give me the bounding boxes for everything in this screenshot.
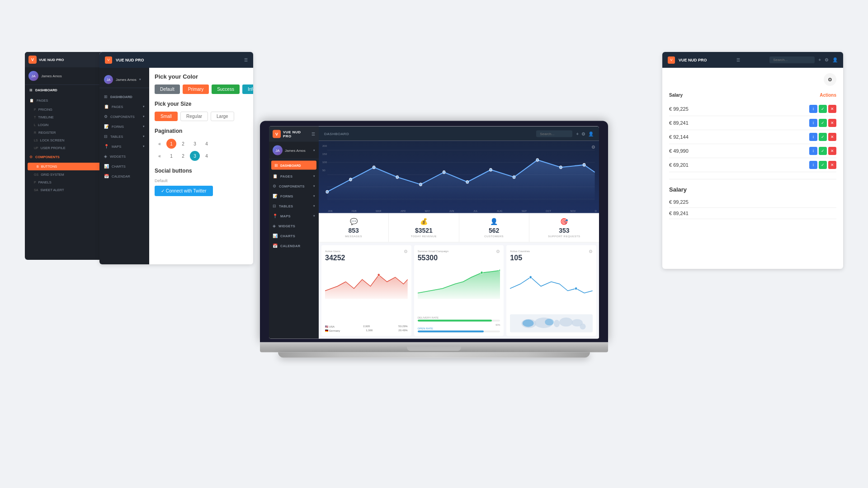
dash-nav-charts[interactable]: 📊 CHARTS bbox=[269, 231, 319, 241]
action-edit-5[interactable]: ✓ bbox=[819, 161, 827, 169]
dash-nav-calendar[interactable]: 📅 CALENDAR bbox=[269, 241, 319, 251]
right-plus-icon[interactable]: + bbox=[818, 57, 821, 62]
left-grid-prefix: GS bbox=[34, 173, 38, 176]
center-left-menu-icon[interactable]: ☰ bbox=[244, 58, 248, 62]
dash-comp-icon: ⚙ bbox=[273, 184, 276, 188]
swatch-success[interactable]: Success bbox=[212, 84, 240, 94]
size-large[interactable]: Large bbox=[211, 112, 234, 121]
size-regular[interactable]: Regular bbox=[180, 112, 208, 121]
left-subnav-pricing[interactable]: P PRICING bbox=[25, 106, 111, 113]
action-info-4[interactable]: i bbox=[809, 147, 817, 155]
swatch-info[interactable]: Info bbox=[242, 84, 253, 94]
left-subnav-login[interactable]: L LOGIN bbox=[25, 121, 111, 129]
dash-menu-icon[interactable]: ☰ bbox=[311, 132, 315, 136]
action-delete-2[interactable]: ✕ bbox=[828, 119, 836, 127]
left-subnav-lockscreen[interactable]: LS LOCK SCREEN bbox=[25, 136, 111, 144]
center-left-nav-dashboard[interactable]: ⊞ DASHBOARD bbox=[99, 92, 149, 102]
left-nav-dashboard[interactable]: ⊞ DASHBOARD bbox=[25, 85, 111, 95]
action-delete-1[interactable]: ✕ bbox=[828, 105, 836, 113]
dash-user-icon[interactable]: 👤 bbox=[588, 131, 594, 136]
page-2[interactable]: 2 bbox=[178, 139, 188, 149]
dash-nav-forms[interactable]: 📝 FORMS ▾ bbox=[269, 191, 319, 201]
actions-5: i ✓ ✕ bbox=[809, 161, 836, 169]
action-delete-5[interactable]: ✕ bbox=[828, 161, 836, 169]
left-subnav-timeline[interactable]: T TIMELINE bbox=[25, 113, 111, 121]
delivery-bar-bg bbox=[418, 320, 500, 322]
widget1-gear[interactable]: ⚙ bbox=[404, 249, 408, 254]
chart-x-labels: JAN FEB MAR APR MAY JUN JUL AUG SEP OCT bbox=[328, 210, 597, 212]
svg-point-29 bbox=[545, 319, 554, 325]
center-left-nav-maps[interactable]: 📍 MAPS ▾ bbox=[99, 141, 149, 151]
stat-revenue: 💰 $3521 TODAY REVENUE bbox=[389, 213, 459, 242]
twitter-button[interactable]: ✓ Connect with Twitter bbox=[155, 186, 213, 196]
dash-plus-icon[interactable]: + bbox=[576, 131, 579, 136]
action-delete-4[interactable]: ✕ bbox=[828, 147, 836, 155]
dash-nav-components[interactable]: ⚙ COMPONENTS ▾ bbox=[269, 181, 319, 191]
page-3[interactable]: 3 bbox=[190, 139, 200, 149]
page-1-active[interactable]: 1 bbox=[166, 139, 176, 149]
main-wrapper: V VUE NUD PRO ☰ JA James Amos ▾ ⊞ DASHBO… bbox=[0, 0, 868, 488]
left-subnav-panels[interactable]: P PANELS bbox=[25, 178, 111, 186]
dash-search-input[interactable] bbox=[536, 130, 572, 137]
page-4[interactable]: 4 bbox=[202, 139, 212, 149]
widget3-gear[interactable]: ⚙ bbox=[589, 249, 593, 254]
page2-1[interactable]: 1 bbox=[166, 151, 176, 161]
action-edit-4[interactable]: ✓ bbox=[819, 147, 827, 155]
action-info-3[interactable]: i bbox=[809, 133, 817, 141]
dash-nav-widgets[interactable]: ◈ WIDGETS bbox=[269, 221, 319, 231]
chart-gear-icon[interactable]: ⚙ bbox=[591, 145, 595, 150]
page2-2[interactable]: 2 bbox=[178, 151, 188, 161]
swatch-primary[interactable]: Primary bbox=[183, 84, 209, 94]
center-left-nav-pages[interactable]: 📋 PAGES ▾ bbox=[99, 102, 149, 112]
page2-4[interactable]: 4 bbox=[202, 151, 212, 161]
dash-pages-arrow: ▾ bbox=[313, 174, 315, 178]
salary-1: € 99,225 bbox=[669, 106, 689, 112]
action-edit-1[interactable]: ✓ bbox=[819, 105, 827, 113]
center-left-nav-widgets[interactable]: ◈ WIDGETS bbox=[99, 151, 149, 161]
center-left-user-row: JA James Amos ▾ bbox=[99, 71, 149, 88]
bg-panel-right: V VUE NUD PRO ☰ + ⚙ 👤 ⚙ Salary Actions bbox=[662, 52, 843, 269]
dash-charts-icon: 📊 bbox=[273, 234, 278, 238]
page2-3-active[interactable]: 3 bbox=[190, 151, 200, 161]
left-subnav-register[interactable]: R REGISTER bbox=[25, 129, 111, 136]
widget3-chart bbox=[510, 264, 593, 313]
dash-nav-dashboard-active[interactable]: ⊞ DASHBOARD bbox=[271, 161, 316, 170]
action-info-5[interactable]: i bbox=[809, 161, 817, 169]
action-info-2[interactable]: i bbox=[809, 119, 817, 127]
action-info-1[interactable]: i bbox=[809, 105, 817, 113]
action-edit-3[interactable]: ✓ bbox=[819, 133, 827, 141]
dash-nav-maps[interactable]: 📍 MAPS ▾ bbox=[269, 211, 319, 221]
left-nav-pages[interactable]: 📋 PAGES ▾ bbox=[25, 95, 111, 106]
left-subnav-userprofile[interactable]: UP USER PROFILE bbox=[25, 144, 111, 152]
left-nav-components[interactable]: ⚙ COMPONENTS ▾ bbox=[25, 152, 111, 162]
dash-tables-icon: ⊟ bbox=[273, 204, 276, 208]
action-delete-3[interactable]: ✕ bbox=[828, 133, 836, 141]
page-prev-2[interactable]: « bbox=[155, 151, 165, 161]
page-prev-1[interactable]: « bbox=[155, 139, 165, 149]
swatch-default[interactable]: Default bbox=[155, 84, 180, 94]
center-left-nav-forms[interactable]: 📝 FORMS ▾ bbox=[99, 122, 149, 131]
right-panel-body: ⚙ Salary Actions € 99,225 i ✓ ✕ € 89,241 bbox=[662, 68, 843, 219]
center-left-nav-charts[interactable]: 📊 CHARTS bbox=[99, 161, 149, 171]
widget2-gear[interactable]: ⚙ bbox=[496, 249, 500, 254]
left-pricing-prefix: P bbox=[34, 108, 36, 111]
center-left-tables-icon: ⊟ bbox=[104, 134, 108, 139]
action-edit-2[interactable]: ✓ bbox=[819, 119, 827, 127]
center-left-nav-tables[interactable]: ⊟ TABLES ▾ bbox=[99, 131, 149, 141]
dash-nav-tables[interactable]: ⊟ TABLES ▾ bbox=[269, 201, 319, 211]
dash-settings-icon[interactable]: ⚙ bbox=[581, 131, 585, 136]
left-subnav-buttons[interactable]: B BUTTONS bbox=[28, 163, 108, 170]
center-left-nav-calendar[interactable]: 📅 CALENDAR bbox=[99, 171, 149, 181]
left-subnav-sweetalert[interactable]: SA SWEET ALERT bbox=[25, 186, 111, 194]
dash-nav-pages[interactable]: 📋 PAGES ▾ bbox=[269, 171, 319, 181]
size-small[interactable]: Small bbox=[155, 112, 178, 121]
right-gear-button[interactable]: ⚙ bbox=[824, 73, 836, 86]
right-menu-icon[interactable]: ☰ bbox=[736, 58, 740, 62]
left-subnav-gridsystem[interactable]: GS GRID SYSTEM bbox=[25, 171, 111, 178]
right-search-input[interactable] bbox=[769, 56, 815, 63]
right-user-icon[interactable]: 👤 bbox=[832, 57, 838, 62]
center-left-nav-components[interactable]: ⚙ COMPONENTS ▾ bbox=[99, 112, 149, 122]
dashboard: V VUE NUD PRO ☰ JA James Amos ▾ ⊞ DAS bbox=[269, 127, 599, 339]
center-left-dash-label: DASHBOARD bbox=[110, 95, 132, 99]
right-settings-icon[interactable]: ⚙ bbox=[825, 57, 829, 62]
